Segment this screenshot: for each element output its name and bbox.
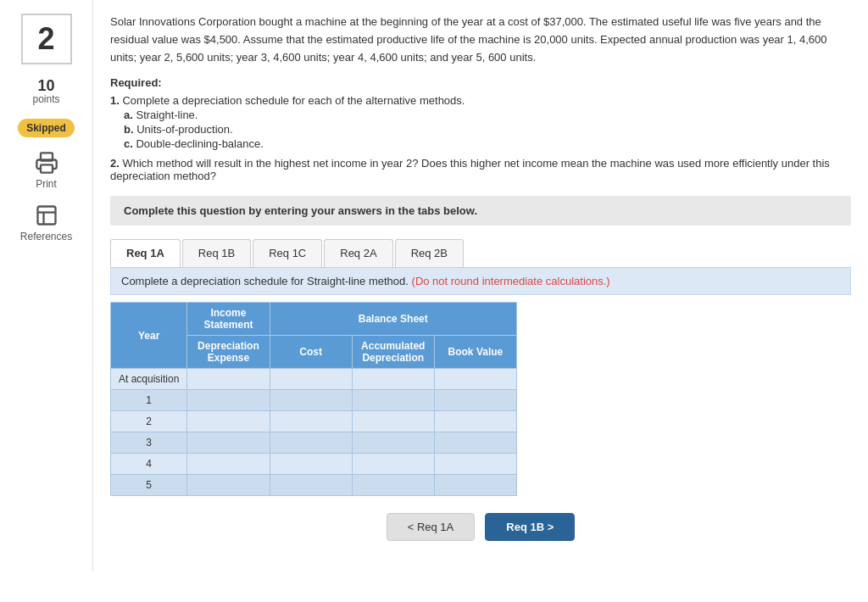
- acc-dep-cell[interactable]: [352, 390, 434, 411]
- references-label: References: [20, 231, 72, 242]
- col-income-statement-header: IncomeStatement: [187, 303, 270, 336]
- references-button[interactable]: References: [20, 203, 72, 242]
- print-icon: [35, 151, 58, 175]
- col-cost-header: Cost: [270, 336, 352, 369]
- status-badge: Skipped: [18, 119, 75, 137]
- points-value: 10: [32, 78, 59, 93]
- book-value-input[interactable]: [437, 437, 514, 449]
- col-dep-exp-header: DepreciationExpense: [187, 336, 270, 369]
- col-year-header: Year: [111, 303, 187, 369]
- cost-input[interactable]: [273, 373, 349, 385]
- tab-req1b[interactable]: Req 1B: [182, 239, 251, 267]
- table-row: 3: [111, 432, 517, 454]
- tab-req2b[interactable]: Req 2B: [395, 239, 464, 267]
- year-cell: 1: [111, 390, 187, 411]
- dep-exp-cell[interactable]: [187, 432, 270, 454]
- book-value-cell[interactable]: [434, 454, 516, 475]
- depreciation-table: Year IncomeStatement Balance Sheet Depre…: [110, 302, 517, 496]
- question-body: Solar Innovations Corporation bought a m…: [110, 14, 851, 66]
- dep-exp-cell[interactable]: [187, 475, 270, 496]
- req2-item: 2. Which method will result in the highe…: [110, 157, 830, 182]
- acc-dep-input[interactable]: [355, 394, 431, 406]
- year-cell: 4: [111, 454, 187, 475]
- tab-req2a[interactable]: Req 2A: [324, 239, 392, 267]
- col-acc-dep-header: AccumulatedDepreciation: [352, 336, 434, 369]
- acc-dep-input[interactable]: [355, 415, 431, 427]
- no-round-text: (Do not round intermediate calculations.…: [412, 275, 610, 287]
- dep-exp-input[interactable]: [190, 373, 266, 385]
- book-value-input[interactable]: [437, 394, 514, 406]
- print-label: Print: [36, 178, 57, 190]
- book-value-input[interactable]: [437, 415, 514, 427]
- dep-exp-cell[interactable]: [187, 411, 270, 432]
- instruction-text: Complete this question by entering your …: [124, 204, 837, 217]
- references-icon: [35, 203, 58, 227]
- required-label: Required:: [110, 76, 851, 89]
- print-button[interactable]: Print: [35, 151, 58, 190]
- cost-input[interactable]: [273, 479, 349, 491]
- book-value-input[interactable]: [437, 458, 514, 470]
- dep-exp-input[interactable]: [190, 458, 266, 470]
- table-row: 5: [111, 475, 517, 496]
- dep-exp-input[interactable]: [190, 394, 266, 406]
- req1c-item: c. Double-declining-balance.: [124, 137, 851, 150]
- year-cell: At acquisition: [111, 369, 187, 390]
- cost-input[interactable]: [273, 394, 349, 406]
- cost-cell[interactable]: [270, 432, 352, 454]
- cost-cell[interactable]: [270, 390, 352, 411]
- book-value-cell[interactable]: [434, 390, 516, 411]
- req1a-item: a. Straight-line.: [124, 109, 851, 121]
- acc-dep-input[interactable]: [355, 458, 431, 470]
- svg-rect-2: [37, 207, 55, 225]
- dep-exp-cell[interactable]: [187, 454, 270, 475]
- book-value-input[interactable]: [437, 479, 514, 491]
- year-cell: 5: [111, 475, 187, 496]
- acc-dep-input[interactable]: [355, 479, 431, 491]
- cost-cell[interactable]: [270, 475, 352, 496]
- dep-exp-cell[interactable]: [187, 390, 270, 411]
- tab-req1a[interactable]: Req 1A: [110, 239, 181, 267]
- points-label: points: [32, 93, 59, 105]
- book-value-cell[interactable]: [434, 369, 516, 390]
- book-value-cell[interactable]: [434, 432, 516, 454]
- tabs-container: Req 1A Req 1B Req 1C Req 2A Req 2B: [110, 239, 851, 268]
- sub-instruction: Complete a depreciation schedule for Str…: [110, 268, 851, 295]
- col-balance-sheet-header: Balance Sheet: [270, 303, 516, 336]
- dep-exp-input[interactable]: [190, 415, 266, 427]
- prev-button[interactable]: < Req 1A: [387, 513, 476, 541]
- book-value-input[interactable]: [437, 373, 514, 385]
- svg-rect-1: [41, 164, 53, 172]
- acc-dep-cell[interactable]: [352, 432, 434, 454]
- dep-exp-input[interactable]: [190, 479, 266, 491]
- year-cell: 3: [111, 432, 187, 454]
- col-book-value-header: Book Value: [434, 336, 516, 369]
- acc-dep-cell[interactable]: [352, 454, 434, 475]
- year-cell: 2: [111, 411, 187, 432]
- acc-dep-input[interactable]: [355, 437, 431, 449]
- table-row: 1: [111, 390, 517, 411]
- acc-dep-input[interactable]: [355, 373, 431, 385]
- book-value-cell[interactable]: [434, 411, 516, 432]
- dep-exp-cell[interactable]: [187, 369, 270, 390]
- dep-exp-input[interactable]: [190, 437, 266, 449]
- acc-dep-cell[interactable]: [352, 475, 434, 496]
- table-row: At acquisition: [111, 369, 517, 390]
- question-number: 2: [21, 14, 72, 64]
- acc-dep-cell[interactable]: [352, 369, 434, 390]
- cost-input[interactable]: [273, 437, 349, 449]
- req1b-item: b. Units-of-production.: [124, 123, 851, 136]
- acc-dep-cell[interactable]: [352, 411, 434, 432]
- book-value-cell[interactable]: [434, 475, 516, 496]
- cost-cell[interactable]: [270, 369, 352, 390]
- cost-input[interactable]: [273, 458, 349, 470]
- req1-intro: 1. Complete a depreciation schedule for …: [110, 94, 465, 107]
- table-row: 4: [111, 454, 517, 475]
- cost-cell[interactable]: [270, 454, 352, 475]
- tab-req1c[interactable]: Req 1C: [253, 239, 322, 267]
- next-button[interactable]: Req 1B >: [485, 513, 575, 541]
- cost-input[interactable]: [273, 415, 349, 427]
- table-row: 2: [111, 411, 517, 432]
- cost-cell[interactable]: [270, 411, 352, 432]
